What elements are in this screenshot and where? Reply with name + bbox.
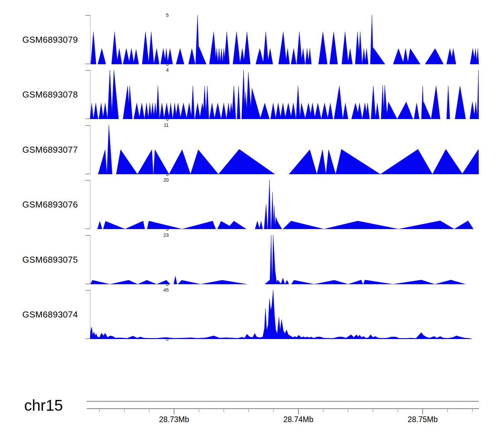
signal-peak: [291, 48, 296, 64]
signal-peak: [455, 86, 466, 119]
signal-area-svg: [90, 290, 479, 339]
signal-peak: [198, 46, 206, 64]
signal-peak: [348, 280, 363, 284]
track-label: GSM6893077: [0, 145, 78, 155]
signal-peak: [191, 150, 218, 174]
signal-peak: [334, 86, 343, 119]
y-axis-tick: [85, 118, 90, 119]
signal-peak: [256, 48, 264, 64]
signal-plot: [90, 290, 479, 339]
signal-peak: [175, 103, 181, 119]
signal-peak: [319, 32, 327, 64]
signal-peak: [476, 48, 479, 64]
signal-peak: [386, 102, 397, 119]
signal-peak: [98, 48, 106, 64]
signal-peak: [375, 103, 379, 119]
signal-peak: [154, 150, 169, 174]
ruler-tick-label: 28.74Mb: [283, 415, 313, 424]
signal-peak: [372, 47, 385, 64]
signal-peak: [218, 48, 220, 64]
y-axis-tick: [85, 284, 90, 284]
signal-peak: [220, 48, 223, 64]
y-axis-tick: [85, 180, 90, 181]
track-row-GSM6893075: GSM6893075230: [0, 235, 504, 284]
signal-peak: [232, 86, 236, 119]
signal-peak: [383, 85, 387, 119]
signal-peak: [276, 103, 281, 119]
signal-peak: [301, 48, 305, 64]
signal-peak: [169, 150, 191, 174]
signal-area-svg: [90, 70, 479, 119]
y-axis-tick: [85, 174, 90, 174]
signal-peak: [99, 103, 103, 119]
signal-peak: [310, 103, 315, 119]
signal-peak: [431, 86, 440, 119]
signal-peak: [112, 32, 118, 64]
signal-peak: [276, 280, 282, 284]
signal-peak: [138, 280, 157, 284]
track-label: GSM6893079: [0, 35, 78, 45]
signal-peak: [110, 280, 138, 284]
signal-peak: [91, 32, 96, 64]
signal-peak: [279, 32, 287, 64]
signal-peak: [117, 48, 122, 64]
signal-peak: [147, 221, 182, 229]
signal-peak: [142, 32, 149, 64]
signal-peak: [462, 149, 479, 174]
signal-peak: [308, 48, 311, 64]
track-row-GSM6893074: GSM6893074450: [0, 290, 504, 339]
track-y-axis: 40: [85, 70, 90, 119]
signal-peak: [260, 103, 269, 119]
signal-peak: [206, 86, 209, 119]
y-axis-tick: [85, 235, 90, 236]
signal-peak: [393, 48, 404, 64]
signal-area-svg: [90, 235, 479, 284]
signal-peak: [393, 280, 435, 284]
signal-peak: [182, 221, 216, 229]
signal-area-svg: [90, 180, 479, 229]
signal-peak: [164, 103, 169, 119]
signal-peak: [263, 32, 268, 64]
track-row-GSM6893077: GSM6893077110: [0, 125, 504, 174]
signal-peak: [330, 32, 338, 64]
signal-peak: [289, 150, 317, 174]
signal-peak: [397, 102, 413, 119]
signal-area-svg: [90, 125, 479, 174]
signal-peak: [326, 150, 336, 174]
signal-plot: [90, 125, 479, 174]
signal-peak: [271, 192, 274, 229]
signal-peak: [425, 48, 444, 64]
signal-peak: [214, 103, 221, 119]
y-axis-tick: [85, 290, 90, 291]
y-axis-tick: [85, 15, 90, 16]
signal-peak: [123, 48, 130, 64]
signal-peak: [209, 103, 215, 119]
signal-peak: [270, 235, 272, 284]
signal-peak: [285, 280, 289, 284]
signal-peak: [98, 150, 107, 174]
signal-peak: [201, 280, 247, 284]
track-y-axis: 200: [85, 180, 90, 229]
signal-peak: [244, 32, 250, 64]
signal-peak: [250, 88, 261, 119]
signal-peak: [186, 103, 192, 119]
signal-peak: [342, 32, 348, 64]
genome-browser-figure: chr15 28.73Mb28.74Mb28.75Mb GSM689307950…: [0, 0, 504, 444]
signal-peak: [125, 221, 145, 229]
y-axis-tick: [85, 70, 90, 71]
signal-peak: [90, 103, 93, 119]
signal-peak: [403, 48, 408, 64]
signal-peak: [93, 103, 98, 119]
track-y-axis: 450: [85, 290, 90, 339]
signal-peak: [137, 150, 153, 174]
signal-peak: [317, 150, 326, 174]
signal-peak: [167, 48, 173, 64]
signal-area-svg: [90, 15, 479, 64]
signal-plot: [90, 180, 479, 229]
signal-peak: [154, 48, 159, 64]
signal-peak: [328, 103, 333, 119]
signal-peak: [180, 103, 187, 119]
track-y-axis: 230: [85, 235, 90, 284]
signal-peak: [414, 103, 419, 119]
signal-peak: [108, 70, 112, 119]
